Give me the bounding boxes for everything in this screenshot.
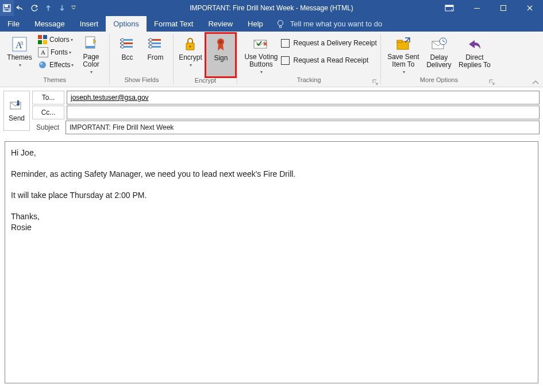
svg-rect-43 <box>17 100 19 104</box>
read-receipt-label: Request a Read Receipt <box>293 56 368 64</box>
to-button[interactable]: To... <box>32 91 64 104</box>
svg-rect-2 <box>5 9 9 11</box>
themes-label: Themes <box>7 54 32 61</box>
delivery-receipt-checkbox[interactable]: Request a Delivery Receipt <box>281 37 376 49</box>
fonts-label: Fonts <box>51 48 68 56</box>
qat-redo-button[interactable] <box>28 0 41 16</box>
ribbon: Aa Themes ▾ Colors▾ A Fonts▾ <box>0 32 543 87</box>
qat-undo-button[interactable] <box>14 0 28 16</box>
bcc-button[interactable]: Bcc <box>113 33 141 76</box>
svg-point-17 <box>39 61 46 68</box>
save-sent-item-to-button[interactable]: Save Sent Item To ▾ <box>384 33 422 76</box>
qat-save-button[interactable] <box>0 0 14 16</box>
svg-rect-20 <box>86 46 95 48</box>
cc-button[interactable]: Cc... <box>32 106 64 119</box>
tab-format-text[interactable]: Format Text <box>147 16 201 32</box>
message-body[interactable]: Hi Joe, Reminder, as acting Safety Manag… <box>5 141 538 383</box>
ribbon-group-themes: Aa Themes ▾ Colors▾ A Fonts▾ <box>0 32 109 87</box>
themes-button[interactable]: Aa Themes ▾ <box>3 33 36 76</box>
qat-next-button[interactable] <box>55 0 69 16</box>
subject-field[interactable]: IMPORTANT: Fire Drill Next Week <box>66 121 540 134</box>
group-label-show-fields: Show Fields <box>110 76 173 87</box>
qat-customize-button[interactable] <box>69 0 78 16</box>
compose-header: Send To... joseph.testuser@gsa.gov Cc...… <box>0 87 543 139</box>
group-label-tracking: Tracking <box>237 76 380 87</box>
colors-button[interactable]: Colors▾ <box>36 33 76 46</box>
voting-label: Use Voting Buttons <box>243 53 279 68</box>
title-bar: IMPORTANT: Fire Drill Next Week - Messag… <box>0 0 543 16</box>
tab-options[interactable]: Options <box>106 16 147 32</box>
fonts-button[interactable]: A Fonts▾ <box>36 46 76 59</box>
lock-icon <box>183 34 197 54</box>
body-para: Rosie <box>11 222 532 233</box>
fonts-icon: A <box>38 47 48 57</box>
bcc-icon <box>119 34 135 54</box>
svg-point-34 <box>190 46 191 48</box>
svg-point-36 <box>219 40 222 44</box>
svg-point-24 <box>121 38 124 41</box>
page-color-label: Page Color <box>78 53 103 68</box>
svg-point-30 <box>149 38 152 41</box>
svg-rect-9 <box>279 26 281 28</box>
group-label-more-options: More Options <box>381 76 497 87</box>
ribbon-group-more-options: Save Sent Item To ▾ Delay Delivery Direc… <box>381 32 497 87</box>
body-para: Hi Joe, <box>11 148 532 158</box>
tab-review[interactable]: Review <box>201 16 240 32</box>
svg-point-8 <box>278 20 283 25</box>
svg-text:a: a <box>20 40 24 46</box>
from-label: From <box>147 54 163 61</box>
tell-me-label: Tell me what you want to do <box>290 20 382 28</box>
sign-button[interactable]: Sign <box>206 33 236 77</box>
svg-point-25 <box>121 42 124 45</box>
ribbon-group-encrypt: Encrypt ▾ Sign Encrypt <box>174 32 237 87</box>
svg-point-18 <box>40 63 43 65</box>
read-receipt-checkbox[interactable]: Request a Read Receipt <box>281 54 376 67</box>
body-para: Reminder, as acting Safety Manager, we n… <box>11 169 532 180</box>
more-options-dialog-launcher[interactable] <box>488 79 495 86</box>
cc-field[interactable] <box>67 106 540 119</box>
tracking-dialog-launcher[interactable] <box>372 79 379 86</box>
save-sent-label: Save Sent Item To <box>387 53 420 68</box>
ribbon-display-options-button[interactable] <box>436 0 463 16</box>
svg-rect-13 <box>38 35 42 39</box>
svg-rect-15 <box>38 40 42 44</box>
page-color-button[interactable]: Page Color ▾ <box>76 33 106 76</box>
svg-rect-39 <box>397 40 402 42</box>
qat-previous-button[interactable] <box>41 0 55 16</box>
send-button[interactable]: Send <box>3 91 30 131</box>
tab-help[interactable]: Help <box>240 16 271 32</box>
tab-message[interactable]: Message <box>27 16 72 32</box>
svg-rect-3 <box>71 6 76 6</box>
bcc-label: Bcc <box>121 54 133 61</box>
group-label-themes: Themes <box>0 76 109 87</box>
svg-rect-6 <box>474 8 480 9</box>
tell-me-search[interactable]: Tell me what you want to do <box>276 16 382 32</box>
checkbox-icon <box>281 56 290 65</box>
save-sent-icon <box>395 34 412 53</box>
subject-label: Subject <box>32 121 63 134</box>
maximize-button[interactable] <box>490 0 517 16</box>
chevron-down-icon: ▾ <box>260 68 263 76</box>
lightbulb-icon <box>276 20 284 29</box>
direct-label: Direct Replies To <box>458 54 491 69</box>
svg-rect-14 <box>43 35 47 39</box>
direct-replies-to-button[interactable]: Direct Replies To <box>456 33 494 76</box>
send-label: Send <box>9 114 25 122</box>
tab-insert[interactable]: Insert <box>72 16 106 32</box>
encrypt-button[interactable]: Encrypt ▾ <box>175 33 206 76</box>
svg-point-32 <box>149 45 152 48</box>
tab-file[interactable]: File <box>0 16 27 32</box>
colors-icon <box>38 35 47 44</box>
svg-rect-5 <box>445 5 453 7</box>
close-button[interactable] <box>517 0 543 16</box>
collapse-ribbon-button[interactable] <box>532 80 540 86</box>
direct-replies-icon <box>467 34 483 54</box>
use-voting-buttons-button[interactable]: Use Voting Buttons ▾ <box>241 33 281 76</box>
delay-delivery-button[interactable]: Delay Delivery <box>422 33 456 76</box>
to-field[interactable]: joseph.testuser@gsa.gov <box>67 91 540 104</box>
from-icon <box>147 34 163 54</box>
effects-button[interactable]: Effects▾ <box>36 59 76 71</box>
from-button[interactable]: From <box>141 33 170 76</box>
minimize-button[interactable] <box>464 0 490 16</box>
checkbox-icon <box>281 39 290 48</box>
